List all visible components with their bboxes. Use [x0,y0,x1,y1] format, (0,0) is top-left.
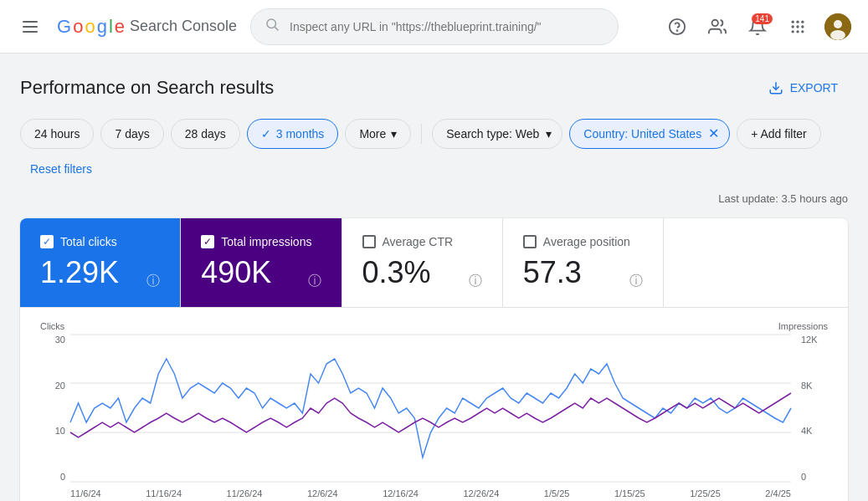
search-type-filter[interactable]: Search type: Web ▾ [432,119,562,149]
search-icon [265,17,280,36]
avg-ctr-value: 0.3% [362,255,431,290]
avg-position-help-icon[interactable]: ⓘ [629,273,643,290]
total-impressions-value: 490K [201,255,271,290]
total-clicks-label: Total clicks [60,235,117,248]
chart-svg-container [70,335,791,482]
remove-country-filter-icon[interactable]: ✕ [708,127,719,141]
svg-rect-0 [23,21,38,23]
y-axis-left-label: Clicks [40,321,64,331]
svg-point-6 [677,30,678,31]
svg-point-15 [796,30,799,33]
metric-avg-ctr[interactable]: Average CTR 0.3% ⓘ [342,218,503,307]
metric-avg-position[interactable]: Average position 57.3 ⓘ [503,218,664,307]
filter-bar: 24 hours 7 days 28 days ✓ 3 months More … [20,119,848,182]
filter-7d[interactable]: 7 days [100,119,163,149]
svg-line-4 [275,27,278,30]
chevron-down-icon: ▾ [546,127,552,141]
total-impressions-help-icon[interactable]: ⓘ [308,273,321,290]
total-clicks-checkbox[interactable] [40,235,54,248]
add-filter-button[interactable]: + Add filter [737,119,821,149]
metrics-row: Total clicks 1.29K ⓘ Total impressions 4… [20,218,848,308]
svg-point-18 [834,20,842,28]
svg-rect-2 [23,31,38,33]
google-logo: Google Search Console [57,16,237,38]
svg-point-10 [801,20,804,23]
avg-ctr-label: Average CTR [383,235,454,248]
svg-point-11 [792,25,794,28]
search-input[interactable] [290,20,604,33]
svg-point-3 [267,19,276,28]
filter-24h[interactable]: 24 hours [20,119,94,149]
y-axis-left: 3020100 [40,335,65,482]
filter-3m[interactable]: ✓ 3 months [247,119,339,149]
avg-position-checkbox[interactable] [523,235,537,248]
total-clicks-value: 1.29K [40,255,119,290]
checkmark-icon: ✓ [261,127,271,141]
notification-count: 141 [752,13,773,24]
filter-28d[interactable]: 28 days [171,119,240,149]
last-update-text: Last update: 3.5 hours ago [20,192,848,205]
y-axis-right-label: Impressions [778,321,828,331]
header: Google Search Console [0,0,868,54]
svg-point-16 [801,30,804,33]
notifications-button[interactable]: 141 [741,10,774,43]
svg-point-7 [712,19,718,25]
apps-button[interactable] [781,10,814,43]
page-title-row: Performance on Search results EXPORT [20,74,848,102]
avg-ctr-checkbox[interactable] [362,235,376,248]
metric-total-impressions[interactable]: Total impressions 490K ⓘ [181,218,342,307]
main-content: Performance on Search results EXPORT 24 … [0,54,868,501]
metric-empty [664,218,848,307]
metric-total-clicks[interactable]: Total clicks 1.29K ⓘ [20,218,181,307]
country-filter[interactable]: Country: United States ✕ [569,119,730,149]
filter-divider [421,124,422,144]
x-axis: 11/6/24 11/16/24 11/26/24 12/6/24 12/16/… [70,485,791,501]
svg-point-14 [792,30,794,33]
y-axis-right: 12K8K4K0 [798,335,828,482]
svg-point-19 [830,30,845,40]
chart-area: Clicks Impressions 3020100 12K8K4K0 [20,308,848,501]
avg-ctr-help-icon[interactable]: ⓘ [469,273,482,290]
export-button[interactable]: EXPORT [758,74,848,102]
help-button[interactable] [660,10,694,43]
svg-rect-1 [23,26,38,28]
manage-users-button[interactable] [701,10,734,43]
header-actions: 141 [660,10,855,43]
account-button[interactable] [821,10,855,43]
total-clicks-help-icon[interactable]: ⓘ [146,273,160,290]
chevron-down-icon: ▾ [391,127,397,141]
svg-point-13 [801,25,804,28]
svg-point-12 [796,25,799,28]
avatar [824,13,851,40]
total-impressions-label: Total impressions [221,235,311,248]
menu-button[interactable] [13,10,47,43]
svg-point-8 [792,20,794,23]
avg-position-value: 57.3 [523,255,582,290]
chart-wrapper: 3020100 12K8K4K0 [40,335,828,501]
svg-point-9 [796,20,799,23]
reset-filters-button[interactable]: Reset filters [20,156,102,182]
avg-position-label: Average position [543,235,630,248]
chart-svg [70,335,791,482]
url-search-bar[interactable] [250,8,619,45]
filter-more[interactable]: More ▾ [345,119,411,149]
page-title: Performance on Search results [20,77,274,99]
header-left: Google Search Console [13,10,237,43]
performance-card: Total clicks 1.29K ⓘ Total impressions 4… [20,218,848,501]
total-impressions-checkbox[interactable] [201,235,214,248]
